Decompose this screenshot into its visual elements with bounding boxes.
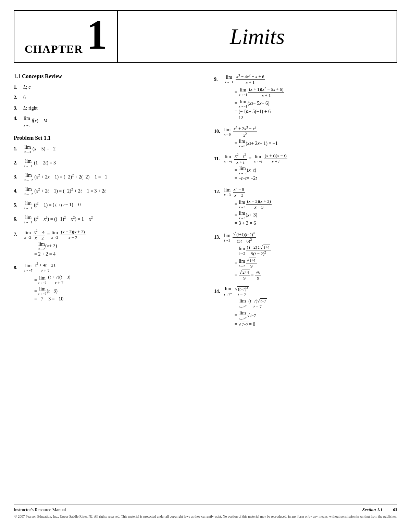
main-content: 1.1 Concepts Review 1. L; c 2. 6 3. L; r… (0, 70, 411, 332)
problem-9: 9. lim x→−1 x3 − 4x2 + x + 6 x + 1 = lim (214, 73, 397, 121)
problem-1: 1. lim x→3 (x − 5) = −2 (14, 145, 197, 154)
footer-left: Instructor's Resource Manual (14, 507, 66, 512)
page-title: Limits (230, 24, 285, 49)
copyright: © 2007 Pearson Education, Inc., Upper Sa… (0, 512, 411, 518)
concept-item-3: 3. L; right (14, 104, 197, 112)
chapter-label: CHAPTER (25, 43, 83, 55)
problem-8: 8. lim t→−7 t2 + 4t − 21 t + 7 = lim t→ (14, 262, 197, 302)
problem-10: 10. lim x→0 x4 + 2x3 − x2 x2 = lim x→0 (214, 125, 397, 148)
page-header: CHAPTER 1 Limits (14, 10, 397, 63)
problem-2: 2. lim t→−1 (1 − 2t) = 3 (14, 159, 197, 168)
header-left: CHAPTER 1 (14, 11, 118, 62)
problem-4: 4. lim x→−2 (x2 + 2t − 1) = (−2)2 + 2t −… (14, 187, 197, 196)
footer: Instructor's Resource Manual Section 1.1… (14, 505, 397, 512)
header-right: Limits (118, 11, 397, 62)
problem-3: 3. lim x→−2 (x2 + 2x − 1) = (−2)2 + 2(−2… (14, 173, 197, 182)
right-column: 9. lim x→−1 x3 − 4x2 + x + 6 x + 1 = lim (207, 73, 397, 332)
problem-11: 11. lim x→−t x2 − t2 x + t = lim x→−t (214, 153, 397, 181)
left-column: 1.1 Concepts Review 1. L; c 2. 6 3. L; r… (14, 73, 207, 332)
problem-12: 12. lim x→3 x2 − 9 x − 3 = lim x→3 (214, 186, 397, 226)
footer-right: Section 1.1 63 (362, 507, 397, 512)
section-label: Section 1.1 (362, 507, 383, 512)
problem-6: 6. lim t→−1 (t2 − x2) = ((−1)2 − x2) = 1… (14, 215, 197, 224)
problem-13: 13. lim t→2 √(t+4)(t−2)4 (3t − 6)2 = (214, 231, 397, 281)
problem-set-title: Problem Set 1.1 (14, 135, 197, 141)
problem-14: 14. lim t→7+ √(t−7)3 t − 7 = lim t→7+ (214, 286, 397, 327)
chapter-number: 1 (86, 14, 107, 55)
problem-5: 5. lim t→−1 (t2 − 1) = ( (−1) 2 − 1) = 0 (14, 201, 197, 210)
concepts-review-title: 1.1 Concepts Review (14, 73, 197, 79)
page-number: 63 (393, 507, 397, 512)
problem-7: 7. lim x→2 x2 − 4 x − 2 = lim x→2 (14, 229, 197, 257)
concept-item-2: 2. 6 (14, 94, 197, 101)
concept-item-4: 4. lim x→c f(x) = M (14, 115, 197, 128)
footer-area: Instructor's Resource Manual Section 1.1… (0, 505, 411, 518)
concept-item-1: 1. L; c (14, 84, 197, 91)
